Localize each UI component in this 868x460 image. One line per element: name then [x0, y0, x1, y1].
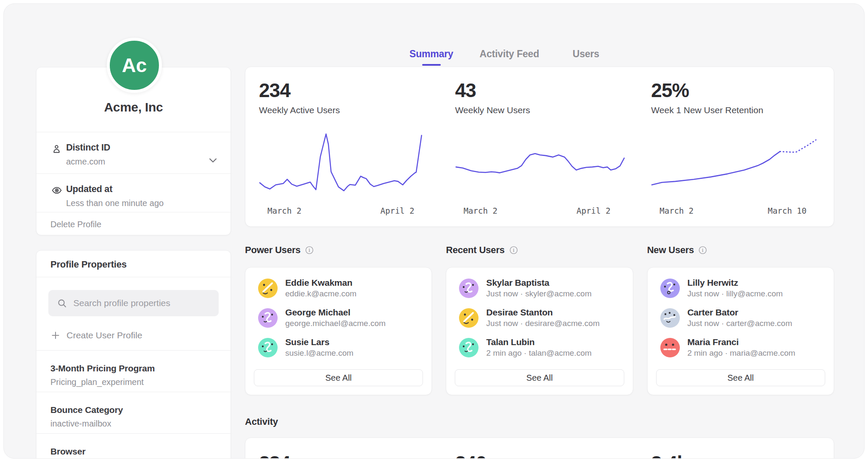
- info-icon[interactable]: i: [509, 246, 518, 254]
- x-axis-labels: March 2 March 10: [651, 206, 821, 215]
- distinct-id-row[interactable]: Distinct ID acme.com: [36, 132, 231, 173]
- x-tick-right: March 10: [768, 206, 807, 215]
- stat-value: 43: [455, 81, 625, 100]
- user-row[interactable]: Talan Lubin 2 min ago · talan@acme.com: [459, 337, 620, 358]
- stat-week1-retention: 25% Week 1 New User Retention March 2 Ma…: [637, 67, 834, 226]
- recent-users-card: Skylar Baptista Just now · skyler@acme.c…: [446, 267, 633, 395]
- user-name: Talan Lubin: [486, 337, 591, 347]
- activity-title: Activity: [245, 416, 278, 427]
- user-subtext: Just now · carter@acme.com: [687, 319, 792, 328]
- plus-icon: [50, 330, 61, 340]
- updated-at-row: Updated at Less than one minute ago: [36, 174, 231, 212]
- list-title: Power Users: [245, 245, 300, 256]
- tab-users[interactable]: Users: [573, 48, 599, 65]
- company-initials: Ac: [122, 54, 147, 77]
- list-header: New Users i: [647, 244, 834, 256]
- svg-text:i: i: [702, 247, 704, 253]
- property-row[interactable]: Bounce Category inactive-mailbox: [36, 392, 231, 433]
- user-avatar: [459, 308, 479, 328]
- user-name: Desirae Stanton: [486, 307, 599, 318]
- svg-text:i: i: [513, 247, 515, 253]
- stat-label: Weekly New Users: [455, 105, 625, 115]
- user-avatar: [459, 338, 479, 357]
- list-title: Recent Users: [446, 245, 504, 256]
- user-row[interactable]: Susie Lars susie.l@acme.com: [258, 337, 419, 358]
- create-user-profile-button[interactable]: Create User Profile: [36, 326, 231, 344]
- user-avatar: [258, 308, 278, 328]
- user-row[interactable]: Maria Franci 2 min ago · maria@acme.com: [660, 337, 821, 358]
- stat-value: 240: [455, 453, 625, 459]
- user-subtext: Just now · desirare@acme.com: [486, 319, 599, 328]
- chevron-down-icon[interactable]: [207, 154, 219, 167]
- user-subtext: Just now · lilly@acme.com: [687, 289, 783, 298]
- user-row[interactable]: Desirae Stanton Just now · desirare@acme…: [459, 307, 620, 328]
- see-all-button[interactable]: See All: [254, 369, 423, 386]
- property-value: inactive-mailbox: [50, 419, 217, 429]
- create-user-profile-label: Create User Profile: [67, 330, 142, 340]
- summary-card: 234 Weekly Active Users March 2 April 2 …: [245, 67, 834, 227]
- recent-users-column: Recent Users i Skylar Baptista Just now …: [446, 244, 633, 395]
- weekly-new-users-sparkline: [455, 129, 625, 201]
- new-users-column: New Users i Lilly Herwitz Just now · lil…: [647, 244, 834, 395]
- property-name: Browser: [50, 446, 217, 457]
- delete-profile-button[interactable]: Delete Profile: [36, 212, 231, 237]
- see-all-button[interactable]: See All: [455, 369, 624, 386]
- distinct-id-label: Distinct ID: [66, 142, 110, 153]
- x-tick-left: March 2: [659, 206, 693, 215]
- company-name: Acme, Inc: [36, 100, 231, 114]
- new-users-card: Lilly Herwitz Just now · lilly@acme.com …: [647, 267, 834, 395]
- info-icon[interactable]: i: [305, 246, 314, 254]
- x-tick-left: March 2: [267, 206, 301, 215]
- property-row[interactable]: Browser Chrome: [36, 434, 231, 459]
- activity-stat: 234: [245, 438, 442, 459]
- property-name: Bounce Category: [50, 405, 217, 415]
- user-name: George Michael: [285, 307, 386, 318]
- user-avatar: [258, 338, 278, 357]
- user-name: Maria Franci: [687, 337, 796, 347]
- svg-text:i: i: [309, 247, 310, 253]
- stat-weekly-active-users: 234 Weekly Active Users March 2 April 2: [245, 67, 442, 226]
- search-profile-properties-box[interactable]: [48, 290, 219, 316]
- info-icon[interactable]: i: [698, 246, 707, 254]
- user-avatar: [459, 279, 479, 298]
- tab-activity-feed[interactable]: Activity Feed: [479, 48, 539, 65]
- user-avatar: [258, 279, 278, 298]
- app-window: Acme, Inc Distinct ID acme.com: [3, 3, 865, 459]
- search-icon: [57, 298, 67, 309]
- user-name: Eddie Kwakman: [285, 278, 356, 288]
- user-row[interactable]: Skylar Baptista Just now · skyler@acme.c…: [459, 278, 620, 298]
- property-name: 3-Month Pricing Program: [50, 363, 217, 374]
- profile-properties-card: Profile Properties Create User Profile 3…: [36, 250, 231, 459]
- week1-retention-sparkline: [651, 129, 821, 201]
- user-subtext: eddie.k@acme.com: [285, 289, 356, 298]
- divider: [36, 277, 231, 277]
- user-lists: Power Users i Eddie Kwakman eddie.k@acme…: [245, 244, 834, 395]
- user-subtext: susie.l@acme.com: [285, 348, 353, 358]
- stat-label: Weekly Active Users: [259, 105, 429, 115]
- weekly-active-users-sparkline: [259, 129, 429, 201]
- user-name: Skylar Baptista: [486, 278, 591, 288]
- list-title: New Users: [647, 245, 694, 256]
- activity-card: 234 240 3.4k: [245, 438, 834, 459]
- stat-value: 25%: [651, 81, 821, 100]
- tab-summary[interactable]: Summary: [409, 48, 453, 65]
- property-row[interactable]: 3-Month Pricing Program Pricing_plan_exp…: [36, 351, 231, 392]
- updated-at-value: Less than one minute ago: [66, 198, 164, 208]
- see-all-button[interactable]: See All: [656, 369, 825, 386]
- activity-stat: 240: [442, 438, 638, 459]
- user-name: Carter Bator: [687, 307, 792, 318]
- user-row[interactable]: Eddie Kwakman eddie.k@acme.com: [258, 278, 419, 298]
- x-tick-left: March 2: [464, 206, 498, 215]
- user-avatar: [660, 308, 680, 328]
- activity-stat: 3.4k: [637, 438, 834, 459]
- search-input[interactable]: [72, 298, 210, 309]
- list-header: Recent Users i: [446, 244, 633, 256]
- person-icon: [51, 143, 62, 157]
- user-row[interactable]: Lilly Herwitz Just now · lilly@acme.com: [660, 278, 821, 298]
- user-name: Susie Lars: [285, 337, 353, 347]
- profile-tabs: Summary Activity Feed Users: [245, 48, 834, 65]
- property-value: Pricing_plan_experiment: [50, 377, 217, 387]
- user-row[interactable]: George Michael george.michael@acme.com: [258, 307, 419, 328]
- updated-at-label: Updated at: [66, 184, 164, 195]
- user-row[interactable]: Carter Bator Just now · carter@acme.com: [660, 307, 821, 328]
